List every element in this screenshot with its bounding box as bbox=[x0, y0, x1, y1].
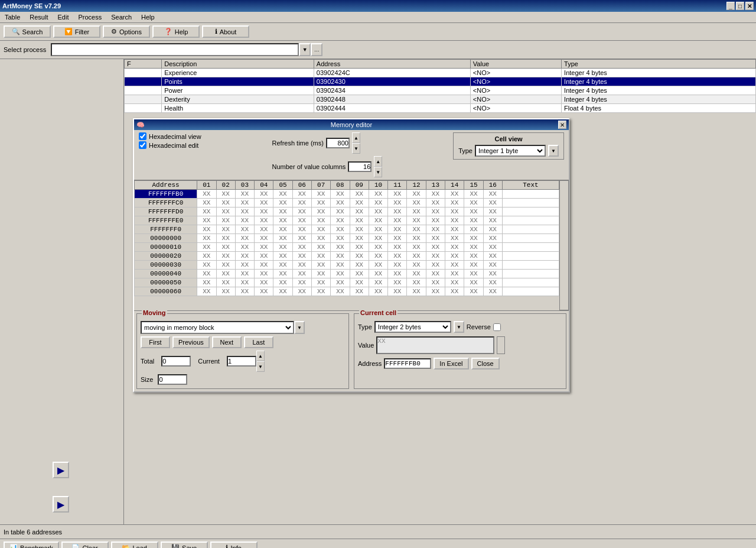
table-row[interactable]: Health03902444<NO>Float 4 bytes bbox=[125, 104, 756, 113]
current-input[interactable] bbox=[227, 356, 256, 367]
memory-grid-body: FFFFFFFB0XXXXXXXXXXXXXXXXXXXXXXXXXXXXXXX… bbox=[135, 190, 559, 296]
moving-type-select[interactable]: moving in memory block moving by value m… bbox=[141, 321, 294, 334]
menu-process[interactable]: Process bbox=[76, 13, 104, 21]
address-label: Address bbox=[358, 360, 382, 367]
memory-editor-title-bar[interactable]: 🧠 Memory editor ✕ bbox=[134, 119, 569, 130]
menu-search[interactable]: Search bbox=[109, 13, 134, 21]
close-button[interactable]: ✕ bbox=[745, 2, 754, 10]
process-browse-btn[interactable]: … bbox=[311, 43, 322, 56]
columns-up-btn[interactable]: ▲ bbox=[374, 156, 382, 167]
refresh-down-btn[interactable]: ▼ bbox=[352, 143, 360, 154]
moving-size-row: Size bbox=[141, 374, 345, 385]
refresh-up-btn[interactable]: ▲ bbox=[352, 132, 360, 143]
hex-edit-checkbox[interactable] bbox=[139, 141, 146, 149]
value-row: Value XX bbox=[358, 336, 562, 354]
add-to-table-button-bottom[interactable]: ▶ bbox=[53, 496, 69, 513]
moving-totals-row: Total Current ▲ ▼ bbox=[141, 351, 345, 372]
moving-section: Moving moving in memory block moving by … bbox=[136, 313, 349, 389]
hex-view-checkbox[interactable] bbox=[139, 132, 146, 140]
memory-grid-row[interactable]: FFFFFFFD0XXXXXXXXXXXXXXXXXXXXXXXXXXXXXXX… bbox=[135, 207, 559, 216]
memory-grid-row[interactable]: 00000030XXXXXXXXXXXXXXXXXXXXXXXXXXXXXXXX bbox=[135, 261, 559, 270]
clear-button[interactable]: 📄 Clear bbox=[61, 541, 109, 548]
value-textarea[interactable]: XX bbox=[376, 336, 494, 354]
columns-down-btn[interactable]: ▼ bbox=[374, 167, 382, 177]
memory-grid-row[interactable]: 00000020XXXXXXXXXXXXXXXXXXXXXXXXXXXXXXXX bbox=[135, 252, 559, 261]
about-button[interactable]: ℹ About bbox=[202, 25, 249, 38]
bottom-toolbar: 📊 Benchmark 📄 Clear 📂 Load 💾 Save ℹ Info bbox=[0, 539, 756, 548]
filter-button[interactable]: 🔽 Filter bbox=[53, 25, 100, 38]
current-cell-type-dropdown-btn[interactable]: ▼ bbox=[454, 321, 464, 333]
memory-grid-row[interactable]: FFFFFFFE0XXXXXXXXXXXXXXXXXXXXXXXXXXXXXXX… bbox=[135, 216, 559, 225]
table-row[interactable]: Power03902434<NO>Integer 4 bytes bbox=[125, 86, 756, 95]
dialog-close-button[interactable]: Close bbox=[471, 358, 500, 369]
table-row[interactable]: Points03902430<NO>Integer 4 bytes bbox=[125, 77, 756, 86]
clear-icon: 📄 bbox=[71, 544, 80, 548]
in-excel-button[interactable]: In Excel bbox=[434, 358, 468, 369]
reverse-label: Reverse bbox=[467, 323, 491, 330]
options-button[interactable]: ⚙ Options bbox=[103, 25, 150, 38]
hex-view-label: Hexadecimal view bbox=[149, 133, 201, 140]
num-columns-input[interactable] bbox=[348, 161, 372, 172]
memory-grid-row[interactable]: FFFFFFF0XXXXXXXXXXXXXXXXXXXXXXXXXXXXXXXX bbox=[135, 225, 559, 234]
size-input[interactable] bbox=[158, 374, 187, 385]
current-spin: ▲ ▼ bbox=[227, 351, 265, 372]
moving-dropdown-row: moving in memory block moving by value m… bbox=[141, 321, 345, 334]
total-input[interactable] bbox=[161, 356, 191, 367]
cell-type-dropdown-btn[interactable]: ▼ bbox=[548, 145, 559, 157]
memory-editor-bottom: Moving moving in memory block moving by … bbox=[134, 310, 569, 391]
current-down-btn[interactable]: ▼ bbox=[256, 361, 265, 372]
add-to-table-button-top[interactable]: ▶ bbox=[53, 462, 69, 478]
mem-scrollbar[interactable] bbox=[559, 180, 569, 310]
maximize-button[interactable]: □ bbox=[736, 2, 744, 10]
menu-help[interactable]: Help bbox=[139, 13, 157, 21]
address-input[interactable] bbox=[384, 358, 431, 369]
process-bar: Select process ▼ … bbox=[0, 41, 756, 59]
left-panel: ▶ ▶ bbox=[0, 59, 124, 524]
toolbar: 🔍 Search 🔽 Filter ⚙ Options ❓ Help ℹ Abo… bbox=[0, 23, 756, 41]
minimize-button[interactable]: _ bbox=[726, 2, 735, 10]
refresh-input[interactable] bbox=[326, 138, 350, 148]
reverse-checkbox-group: Reverse bbox=[467, 323, 501, 331]
save-button[interactable]: 💾 Save bbox=[161, 541, 208, 548]
menu-edit[interactable]: Edit bbox=[55, 13, 71, 21]
menu-table[interactable]: Table bbox=[2, 13, 22, 21]
search-button[interactable]: 🔍 Search bbox=[4, 25, 51, 38]
memory-grid-row[interactable]: 00000060XXXXXXXXXXXXXXXXXXXXXXXXXXXXXXXX bbox=[135, 287, 559, 296]
help-button[interactable]: ❓ Help bbox=[152, 25, 200, 38]
cell-type-select[interactable]: Integer 1 byte Integer 2 bytes Integer 4… bbox=[475, 145, 546, 157]
current-spin-buttons: ▲ ▼ bbox=[256, 351, 265, 372]
memory-grid-row[interactable]: FFFFFFFC0XXXXXXXXXXXXXXXXXXXXXXXXXXXXXXX… bbox=[135, 199, 559, 207]
process-input[interactable] bbox=[51, 43, 299, 56]
memory-grid-row[interactable]: 00000050XXXXXXXXXXXXXXXXXXXXXXXXXXXXXXXX bbox=[135, 278, 559, 287]
menu-bar: Table Result Edit Process Search Help bbox=[0, 12, 756, 23]
moving-type-dropdown-btn[interactable]: ▼ bbox=[294, 321, 305, 334]
load-button[interactable]: 📂 Load bbox=[111, 541, 158, 548]
hex-edit-row: Hexadecimal edit bbox=[139, 141, 201, 149]
table-row[interactable]: Experience03902424C<NO>Integer 4 bytes bbox=[125, 69, 756, 77]
memory-editor-close-button[interactable]: ✕ bbox=[558, 121, 566, 129]
current-cell-type-select[interactable]: Integer 1 byte Integer 2 bytes Integer 4… bbox=[374, 321, 451, 333]
benchmark-button[interactable]: 📊 Benchmark bbox=[4, 541, 59, 548]
memory-grid-row[interactable]: 00000000XXXXXXXXXXXXXXXXXXXXXXXXXXXXXXXX bbox=[135, 234, 559, 243]
title-bar-controls[interactable]: _ □ ✕ bbox=[726, 2, 754, 10]
table-row[interactable]: Dexterity03902448<NO>Integer 4 bytes bbox=[125, 95, 756, 104]
right-panel: F Description Address Value Type Experie… bbox=[124, 59, 756, 524]
last-button[interactable]: Last bbox=[244, 336, 273, 348]
benchmark-icon: 📊 bbox=[9, 544, 18, 548]
value-scrollbar[interactable] bbox=[497, 336, 505, 354]
process-dropdown-btn[interactable]: ▼ bbox=[299, 43, 311, 56]
memory-grid-row[interactable]: FFFFFFFB0XXXXXXXXXXXXXXXXXXXXXXXXXXXXXXX… bbox=[135, 190, 559, 199]
current-up-btn[interactable]: ▲ bbox=[256, 351, 265, 361]
memory-grid-row[interactable]: 00000040XXXXXXXXXXXXXXXXXXXXXXXXXXXXXXXX bbox=[135, 270, 559, 278]
memory-grid-row[interactable]: 00000010XXXXXXXXXXXXXXXXXXXXXXXXXXXXXXXX bbox=[135, 243, 559, 252]
memory-grid[interactable]: Address01020304050607080910111213141516T… bbox=[134, 180, 559, 296]
reverse-checkbox[interactable] bbox=[493, 323, 501, 331]
moving-nav-buttons: First Previous Next Last bbox=[141, 336, 345, 348]
first-button[interactable]: First bbox=[141, 336, 170, 348]
next-button[interactable]: Next bbox=[212, 336, 242, 348]
current-label: Current bbox=[198, 358, 220, 365]
info-button[interactable]: ℹ Info bbox=[210, 541, 258, 548]
menu-result[interactable]: Result bbox=[27, 13, 50, 21]
filter-icon: 🔽 bbox=[64, 28, 73, 35]
previous-button[interactable]: Previous bbox=[172, 336, 210, 348]
